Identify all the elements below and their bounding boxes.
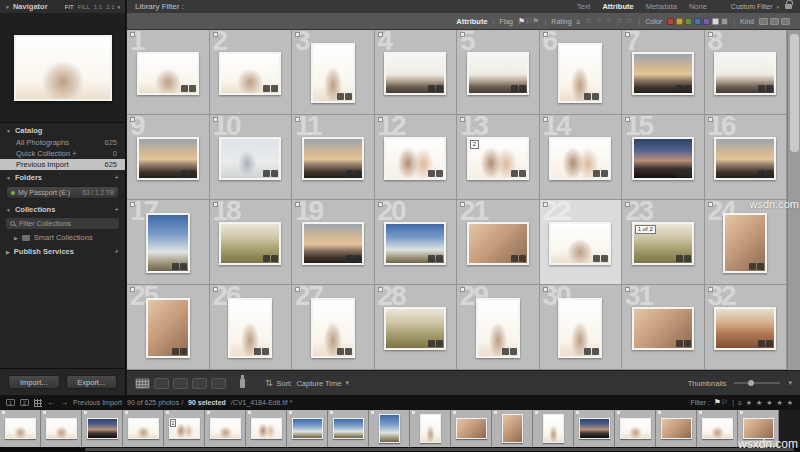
go-back-icon[interactable]: ←	[47, 398, 55, 407]
photo-thumbnail[interactable]	[146, 213, 190, 273]
thumbnail-size-slider[interactable]	[734, 382, 780, 384]
cell-checkbox[interactable]	[460, 287, 465, 292]
develop-badge-icon[interactable]	[684, 340, 691, 347]
photo-thumbnail[interactable]	[558, 298, 602, 358]
lock-icon[interactable]	[785, 4, 792, 9]
filmstrip-cell[interactable]: 2	[164, 410, 205, 447]
develop-badge-icon[interactable]	[345, 348, 352, 355]
develop-badge-icon[interactable]	[766, 340, 773, 347]
cell-checkbox[interactable]	[130, 32, 135, 37]
cell-checkbox[interactable]	[295, 202, 300, 207]
develop-badge-icon[interactable]	[189, 85, 196, 92]
grid-cell[interactable]: 4	[375, 30, 458, 115]
filmstrip-cell[interactable]	[451, 410, 492, 447]
grid-cell[interactable]: 18	[210, 200, 293, 285]
expand-icon[interactable]: ▶	[6, 249, 10, 255]
zoom-option[interactable]: FILL	[78, 4, 90, 10]
custom-filter-dropdown[interactable]: Custom Filter ▾	[731, 3, 792, 10]
color-swatch[interactable]	[667, 18, 674, 25]
grid-view-icon[interactable]	[135, 378, 150, 389]
filmstrip-cell[interactable]	[410, 410, 451, 447]
photo-thumbnail[interactable]	[661, 418, 692, 439]
cell-checkbox[interactable]	[625, 287, 630, 292]
color-swatch[interactable]	[685, 18, 692, 25]
crop-badge-icon[interactable]	[593, 255, 600, 262]
cell-checkbox[interactable]	[494, 411, 497, 414]
crop-badge-icon[interactable]	[428, 170, 435, 177]
cell-checkbox[interactable]	[207, 411, 210, 414]
crop-badge-icon[interactable]	[428, 85, 435, 92]
cell-checkbox[interactable]	[378, 117, 383, 122]
filmstrip-cell[interactable]	[41, 410, 82, 447]
develop-badge-icon[interactable]	[354, 255, 361, 262]
catalog-item[interactable]: Quick Collection +0	[0, 148, 125, 159]
collapse-icon[interactable]: ▼	[6, 175, 11, 181]
crop-badge-icon[interactable]	[181, 170, 188, 177]
filter-tab-none[interactable]: None	[689, 2, 707, 11]
crop-badge-icon[interactable]	[502, 348, 509, 355]
scrollbar-thumb[interactable]	[85, 448, 794, 451]
kind-virtual-copy-icon[interactable]	[770, 18, 779, 25]
photo-thumbnail[interactable]: 1 of 2	[632, 222, 694, 265]
develop-badge-icon[interactable]	[766, 85, 773, 92]
filmstrip-cell[interactable]	[82, 410, 123, 447]
toolbar-options-chevron-icon[interactable]: ▾	[788, 379, 792, 387]
grid-view-shortcut-icon[interactable]	[34, 399, 42, 407]
filmstrip-cell[interactable]	[0, 410, 41, 447]
photo-thumbnail[interactable]	[384, 52, 446, 95]
grid-cell[interactable]: 1	[127, 30, 210, 115]
cell-checkbox[interactable]	[295, 117, 300, 122]
develop-badge-icon[interactable]	[592, 93, 599, 100]
cell-checkbox[interactable]	[295, 32, 300, 37]
grid-cell[interactable]: 12	[375, 115, 458, 200]
grid-cell[interactable]: 19	[292, 200, 375, 285]
photo-thumbnail[interactable]	[384, 137, 446, 180]
photo-thumbnail[interactable]	[292, 418, 323, 439]
import-button[interactable]: Import...	[8, 375, 60, 389]
filter-tab-attribute[interactable]: Attribute	[602, 2, 633, 11]
develop-badge-icon[interactable]	[757, 263, 764, 270]
filter-tab-text[interactable]: Text	[577, 2, 591, 11]
cell-checkbox[interactable]	[130, 202, 135, 207]
photo-thumbnail[interactable]	[543, 414, 564, 443]
scrollbar-thumb[interactable]	[790, 34, 799, 152]
photo-thumbnail[interactable]	[379, 414, 400, 443]
cell-checkbox[interactable]	[213, 32, 218, 37]
crop-badge-icon[interactable]	[758, 170, 765, 177]
cell-checkbox[interactable]	[2, 411, 5, 414]
crop-badge-icon[interactable]	[584, 93, 591, 100]
color-swatch[interactable]	[703, 18, 710, 25]
grid-cell[interactable]: 29	[457, 285, 540, 370]
photo-thumbnail[interactable]	[743, 418, 774, 439]
color-swatch[interactable]	[676, 18, 683, 25]
develop-badge-icon[interactable]	[519, 170, 526, 177]
navigator-header[interactable]: ▼ Navigator FITFILL1:12:1 ▾	[0, 0, 125, 13]
publish-services-section-header[interactable]: ▶ Publish Services +	[0, 244, 125, 258]
loupe-view-icon[interactable]	[154, 378, 169, 389]
catalog-section-header[interactable]: ▼ Catalog	[0, 123, 125, 137]
filmstrip-cell[interactable]	[205, 410, 246, 447]
crop-badge-icon[interactable]	[758, 340, 765, 347]
filter-collections-input[interactable]: Filter Collections	[6, 218, 119, 229]
cell-checkbox[interactable]	[213, 117, 218, 122]
sort-dropdown-icon[interactable]: ▾	[345, 379, 349, 387]
photo-thumbnail[interactable]	[467, 222, 529, 265]
photo-thumbnail[interactable]	[549, 222, 611, 265]
people-view-icon[interactable]	[211, 378, 226, 389]
cell-checkbox[interactable]	[125, 411, 128, 414]
cell-checkbox[interactable]	[708, 32, 713, 37]
photo-thumbnail[interactable]	[632, 137, 694, 180]
crop-badge-icon[interactable]	[584, 348, 591, 355]
filmstrip-cell[interactable]	[574, 410, 615, 447]
cell-checkbox[interactable]	[576, 411, 579, 414]
photo-thumbnail[interactable]	[549, 137, 611, 180]
develop-badge-icon[interactable]	[271, 85, 278, 92]
crop-badge-icon[interactable]	[758, 85, 765, 92]
photo-thumbnail[interactable]	[302, 222, 364, 265]
filmstrip-cell[interactable]	[328, 410, 369, 447]
rating-operator[interactable]: ≥	[577, 18, 581, 25]
photo-thumbnail[interactable]	[228, 298, 272, 358]
photo-thumbnail[interactable]	[723, 213, 767, 273]
second-window-icon[interactable]: 2	[20, 399, 29, 406]
photo-thumbnail[interactable]	[502, 414, 523, 443]
